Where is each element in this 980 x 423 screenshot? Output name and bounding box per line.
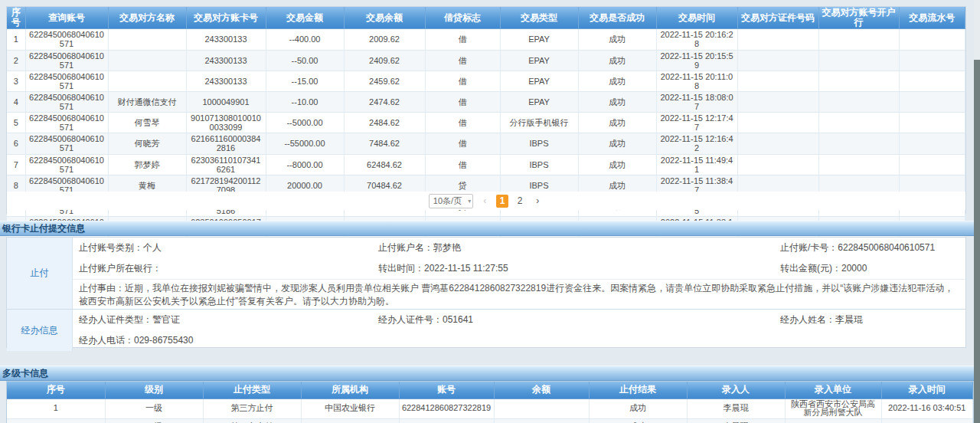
column-header-unit: 录入单位 (785, 382, 881, 398)
cell-counterparty-bank (818, 113, 899, 133)
cell-txn-time: 2022-11-15 18:08:07 (656, 91, 737, 112)
cell-stop-type: 第三方止付 (203, 418, 301, 423)
prev-page-button[interactable]: ‹ (479, 195, 491, 208)
transactions-panel: 序号 查询账号 交易对方名称 交易对方账卡号 交易金额 交易余额 借贷标志 交易… (6, 6, 966, 214)
cell-entry-time: 2022-11-16 03:40:51 (881, 398, 973, 418)
cell-debit-credit-flag: 借 (425, 113, 500, 133)
column-header-level: 级别 (105, 382, 203, 398)
column-header-balance: 交易余额 (344, 7, 425, 29)
column-header-seq: 序号 (7, 382, 105, 398)
page-size-label: 10条/页 (433, 195, 462, 207)
transaction-row: 1 6228450068040610571 243300133 --400.00… (7, 29, 965, 50)
field-operator-name: 经办人姓名：李晨琨 (774, 313, 965, 326)
column-header-balance: 余额 (494, 382, 589, 398)
cell-success: 成功 (578, 50, 656, 70)
cell-counterparty-id (737, 70, 818, 91)
cell-balance: 2009.62 (344, 29, 425, 50)
cell-counterparty-bank (818, 133, 899, 154)
cell-success: 成功 (578, 113, 656, 133)
field-row: 止付账户所在银行： 转出时间：2022-11-15 11:27:55 转出金额(… (73, 258, 965, 279)
column-header-seq: 序号 (7, 7, 25, 29)
cell-balance: 2459.62 (344, 70, 425, 91)
cell-seq: 6 (7, 133, 25, 154)
multi-card-row: 2 二级 第三方止付 6235010990500170473 成功 李晨琨 20… (7, 418, 973, 423)
page-button-2[interactable]: 2 (514, 195, 526, 208)
pagination: 10条/页 ▾ ‹ 1 2 › (7, 192, 965, 210)
transactions-table-header: 序号 查询账号 交易对方名称 交易对方账卡号 交易金额 交易余额 借贷标志 交易… (7, 7, 965, 29)
page-size-select[interactable]: 10条/页 ▾ (429, 194, 473, 208)
cell-counterparty-name: 郭梦婷 (108, 154, 186, 175)
cell-balance: 2409.62 (344, 50, 425, 70)
cell-seq: 1 (7, 398, 105, 418)
cell-query-account: 6228450068040610571 (25, 133, 108, 154)
cell-query-account: 6228450068040610571 (25, 70, 108, 91)
page-button-1[interactable]: 1 (496, 195, 508, 208)
next-page-button[interactable]: › (531, 195, 544, 208)
cell-debit-credit-flag: 借 (425, 154, 500, 175)
field-operator-phone: 经办人电话：029-86755430 (73, 334, 372, 347)
cell-success: 成功 (578, 154, 656, 175)
column-header-query-account: 查询账号 (25, 7, 108, 29)
cell-counterparty-name: 何晓芳 (108, 133, 186, 154)
multi-card-table-body: 1 一级 第三方止付 中国农业银行 6228412860827322819 成功… (7, 398, 973, 423)
cell-txn-time: 2022-11-15 11:49:41 (656, 154, 737, 175)
column-header-org: 所属机构 (301, 382, 399, 398)
cell-debit-credit-flag: 借 (425, 29, 500, 50)
cell-amount: --5000.00 (266, 113, 344, 133)
cell-seq: 2 (7, 418, 105, 423)
cell-counterparty-card: 6216611600003842816 (186, 133, 266, 154)
cell-seq: 5 (7, 113, 25, 133)
cell-serial (899, 154, 965, 175)
cell-counterparty-name (108, 29, 186, 50)
multi-card-table: 序号 级别 止付类型 所属机构 账号 余额 止付结果 录入人 录入单位 录入时间… (7, 382, 973, 423)
transaction-row: 3 6228450068040610571 243300133 --15.00 … (7, 70, 965, 91)
cell-counterparty-card: 1000049901 (186, 91, 266, 112)
column-header-entry-time: 录入时间 (881, 382, 973, 398)
stop-payment-fields: 止付账号类别：个人 止付账户名：郭梦艳 止付账/卡号：6228450068040… (73, 238, 965, 309)
cell-counterparty-card: 9010713080100100033099 (186, 113, 266, 133)
scrollbar-thumb[interactable] (974, 60, 980, 423)
field-account-type: 止付账号类别：个人 (73, 241, 372, 254)
group-label-stop-payment: 止付 (7, 238, 73, 309)
column-header-success: 交易是否成功 (578, 7, 656, 29)
cell-level: 一级 (105, 398, 203, 418)
cell-org (301, 418, 399, 423)
cell-txn-type: EPAY (500, 70, 578, 91)
cell-counterparty-id (737, 113, 818, 133)
cell-account: 6228412860827322819 (399, 398, 494, 418)
cell-debit-credit-flag: 借 (425, 50, 500, 70)
vertical-scrollbar[interactable] (974, 0, 980, 423)
cell-serial (899, 70, 965, 91)
column-header-counterparty-name: 交易对方名称 (108, 7, 186, 29)
cell-balance (494, 398, 589, 418)
cell-seq: 3 (7, 70, 25, 91)
column-header-result: 止付结果 (589, 382, 687, 398)
multi-card-table-header: 序号 级别 止付类型 所属机构 账号 余额 止付结果 录入人 录入单位 录入时间 (7, 382, 973, 398)
cell-query-account: 6228450068040610571 (25, 113, 108, 133)
column-header-counterparty-id: 交易对方证件号码 (737, 7, 818, 29)
cell-stop-type: 第三方止付 (203, 398, 301, 418)
cell-counterparty-bank (818, 91, 899, 112)
cell-debit-credit-flag: 借 (425, 133, 500, 154)
cell-debit-credit-flag: 借 (425, 91, 500, 112)
column-header-counterparty-bank: 交易对方账号开户行 (818, 7, 899, 29)
operator-info-group: 经办信息 经办人证件类型：警官证 经办人证件号：051641 经办人姓名：李晨琨… (7, 309, 965, 351)
cell-txn-time: 2022-11-15 20:16:28 (656, 29, 737, 50)
field-row: 止付账号类别：个人 止付账户名：郭梦艳 止付账/卡号：6228450068040… (73, 238, 965, 258)
cell-unit: 陕西省西安市公安局高新分局刑警大队 (785, 398, 881, 418)
field-transfer-time: 转出时间：2022-11-15 11:27:55 (372, 262, 774, 275)
transaction-row: 5 6228450068040610571 何雪琴 90107130801001… (7, 113, 965, 133)
group-label-operator-info: 经办信息 (7, 310, 73, 351)
cell-counterparty-name: 财付通微信支付 (108, 91, 186, 112)
cell-txn-type: EPAY (500, 91, 578, 112)
cell-counterparty-bank (818, 50, 899, 70)
field-operator-id-type: 经办人证件类型：警官证 (73, 313, 372, 326)
stop-payment-group: 止付 止付账号类别：个人 止付账户名：郭梦艳 止付账/卡号：6228450068… (7, 238, 965, 309)
cell-org: 中国农业银行 (301, 398, 399, 418)
cell-success: 成功 (578, 70, 656, 91)
cell-amount: --10.00 (266, 91, 344, 112)
cell-counterparty-card: 6230361101073416261 (186, 154, 266, 175)
cell-counterparty-name (108, 70, 186, 91)
column-header-debit-credit-flag: 借贷标志 (425, 7, 500, 29)
cell-counterparty-id (737, 29, 818, 50)
